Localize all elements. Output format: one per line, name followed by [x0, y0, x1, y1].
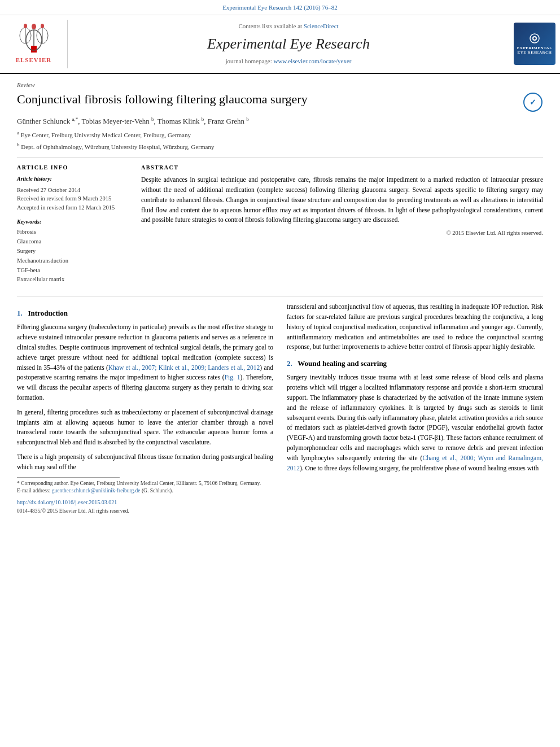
article-info-header: ARTICLE INFO: [17, 164, 130, 172]
homepage-link[interactable]: www.elsevier.com/locate/yexer: [273, 58, 351, 64]
keyword-glaucoma: Glaucoma: [17, 237, 130, 247]
section2-heading: 2. Wound healing and scarring: [287, 358, 543, 369]
section-label: Review: [17, 81, 543, 90]
body-left-col: 1. Introduction Filtering glaucoma surge…: [17, 302, 273, 515]
abstract-col: ABSTRACT Despite advances in surgical te…: [141, 164, 543, 285]
keyword-surgery: Surgery: [17, 247, 130, 256]
abstract-text: Despite advances in surgical technique a…: [141, 175, 543, 225]
keywords-label: Keywords:: [17, 218, 130, 226]
section2-number: 2.: [287, 359, 292, 368]
eye-logo-icon: [526, 33, 543, 44]
elsevier-logo: ELSEVIER: [0, 20, 68, 68]
divider: [17, 158, 543, 158]
footnote-divider: [17, 477, 120, 478]
accepted-date: Accepted in revised form 12 March 2015: [17, 203, 130, 212]
journal-reference: Experimental Eye Research 142 (2016) 76–…: [222, 4, 338, 11]
received-date: Received 27 October 2014: [17, 186, 130, 195]
sciencedirect-link[interactable]: ScienceDirect: [304, 23, 339, 29]
elsevier-text: ELSEVIER: [16, 56, 52, 65]
svg-text:✓: ✓: [530, 98, 536, 107]
svg-point-7: [32, 24, 36, 29]
section1-number: 1.: [17, 309, 23, 317]
keyword-ecm: Extracellular matrix: [17, 275, 130, 285]
ref-chang[interactable]: Chang et al., 2000; Wynn and Ramalingam,…: [287, 455, 543, 471]
svg-point-12: [533, 37, 536, 40]
journal-logo-right: EXPERIMENTAL EYE RESEARCH: [509, 20, 560, 68]
doi-line[interactable]: http://dx.doi.org/10.1016/j.exer.2015.03…: [17, 498, 273, 507]
footnote-author: * Corresponding author. Eye Center, Frei…: [17, 480, 273, 487]
abstract-header: ABSTRACT: [141, 164, 543, 172]
svg-rect-0: [31, 46, 37, 53]
keyword-tgf: TGF-beta: [17, 266, 130, 276]
footnote-email: E-mail address: guenther.schlunck@unikli…: [17, 487, 273, 495]
right-para1: transscleral and subconjunctival flow of…: [287, 302, 543, 352]
intro-para3: There is a high propensity of subconjunc…: [17, 452, 273, 473]
article-content: Review Conjunctival fibrosis following f…: [0, 74, 560, 296]
section2-para1: Surgery inevitably induces tissue trauma…: [287, 373, 543, 473]
journal-header: ELSEVIER Contents lists available at Sci…: [0, 15, 560, 74]
article-title: Conjunctival fibrosis following filterin…: [17, 91, 308, 108]
page: Experimental Eye Research 142 (2016) 76–…: [0, 0, 560, 747]
crossmark-icon: ✓: [523, 93, 543, 112]
authors-line: Günther Schlunck a,*, Tobias Meyer-ter-V…: [17, 116, 543, 127]
svg-point-9: [41, 24, 44, 28]
affiliation-b: b Dept. of Ophthalmology, Würzburg Unive…: [17, 141, 543, 152]
article-info-col: ARTICLE INFO Article history: Received 2…: [17, 164, 130, 285]
contents-line: Contents lists available at ScienceDirec…: [79, 22, 498, 31]
copyright: © 2015 Elsevier Ltd. All rights reserved…: [141, 229, 543, 237]
journal-logo-box: EXPERIMENTAL EYE RESEARCH: [514, 23, 555, 65]
history-label: Article history:: [17, 175, 130, 184]
revised-date: Received in revised form 9 March 2015: [17, 194, 130, 203]
logo-text: EXPERIMENTAL EYE RESEARCH: [517, 46, 553, 55]
journal-reference-bar: Experimental Eye Research 142 (2016) 76–…: [0, 0, 560, 15]
keyword-fibrosis: Fibrosis: [17, 228, 130, 237]
journal-center-info: Contents lists available at ScienceDirec…: [68, 20, 509, 68]
affiliation-a: a Eye Center, Freiburg University Medica…: [17, 129, 543, 140]
body-right-col: transscleral and subconjunctival flow of…: [287, 302, 543, 515]
body-content: 1. Introduction Filtering glaucoma surge…: [0, 296, 560, 526]
journal-title: Experimental Eye Research: [79, 33, 498, 55]
ref-fig1[interactable]: Fig. 1: [225, 374, 240, 381]
issn-line: 0014-4835/© 2015 Elsevier Ltd. All right…: [17, 507, 273, 516]
intro-para1: Filtering glaucoma surgery (trabeculecto…: [17, 322, 273, 403]
body-columns: 1. Introduction Filtering glaucoma surge…: [17, 302, 543, 515]
svg-point-8: [24, 24, 27, 28]
journal-homepage: journal homepage: www.elsevier.com/locat…: [79, 57, 498, 66]
intro-para2: In general, filtering procedures such as…: [17, 408, 273, 448]
article-info-abstract: ARTICLE INFO Article history: Received 2…: [17, 164, 543, 285]
section1-heading: 1. Introduction: [17, 308, 273, 319]
keyword-mechanotransduction: Mechanotransduction: [17, 256, 130, 266]
ref-khaw[interactable]: Khaw et al., 2007; Klink et al., 2009; L…: [108, 364, 260, 371]
email-link[interactable]: guenther.schlunck@uniklinik-freiburg.de: [52, 488, 141, 493]
elsevier-tree-icon: [14, 23, 54, 54]
